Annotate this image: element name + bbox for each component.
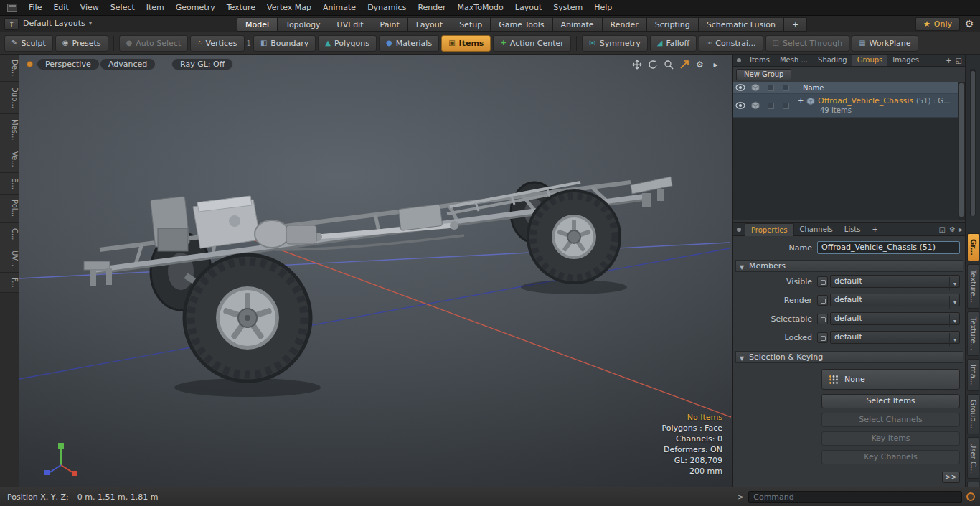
selection-keying-section-header[interactable]: ▼ Selection & Keying [735,351,963,363]
action-center-button[interactable]: +Action Center [493,35,570,52]
menu-file[interactable]: File [23,0,47,16]
select-channels-button[interactable]: Select Channels [821,413,960,427]
materials-mode-button[interactable]: ●Materials [379,35,439,52]
menu-edit[interactable]: Edit [47,0,74,16]
items-mode-button[interactable]: ▣Items [441,35,491,52]
expand-toggle[interactable]: + [798,97,804,105]
menu-item[interactable]: Item [141,0,170,16]
locked-dropdown[interactable]: default▾ [830,331,960,344]
layout-tab-animate[interactable]: Animate [553,17,603,32]
channel-lock-icon[interactable] [817,332,828,343]
visible-dropdown[interactable]: default▾ [830,275,960,288]
group-name[interactable]: Offroad_Vehicle_Chassis [818,96,913,106]
tab-images[interactable]: Images [887,55,924,66]
left-tab-1[interactable]: Dup... [0,82,19,114]
panel-layout-icon[interactable]: ◱ [956,57,962,65]
layout-tab-uvedit[interactable]: UVEdit [329,17,372,32]
menu-dynamics[interactable]: Dynamics [362,0,412,16]
panel-grip-icon[interactable] [737,228,741,232]
add-tab-button[interactable]: + [946,57,951,65]
3d-viewport[interactable]: Perspective Advanced Ray GL: Off ⚙ ▸ No … [19,55,732,487]
key-items-button[interactable]: Key Items [821,431,960,446]
tab-items[interactable]: Items [745,55,775,66]
select-column-checkbox[interactable] [763,82,778,93]
side-scrollbar-thumb[interactable] [971,71,975,216]
layout-tab-scripting[interactable]: Scripting [647,17,699,32]
viewport-options-dot[interactable] [27,61,33,67]
render-column-cube-icon[interactable] [748,82,763,93]
left-tab-7[interactable]: UV... [0,245,19,272]
symmetry-button[interactable]: ⋈Symmetry [582,35,648,52]
menu-animate[interactable]: Animate [317,0,362,16]
zoom-icon[interactable] [663,60,674,70]
layout-tab-game-tools[interactable]: Game Tools [491,17,552,32]
select-through-button[interactable]: ◫Select Through [765,35,850,52]
left-tab-8[interactable]: F... [0,273,19,294]
vertices-mode-button[interactable]: ∴Vertices [190,35,244,52]
channel-lock-icon[interactable] [817,295,828,306]
dock-toggle-button[interactable]: ↑ [4,18,19,30]
members-section-header[interactable]: ▼ Members [735,260,963,272]
menu-help[interactable]: Help [588,0,618,16]
side-scrollbar[interactable] [970,69,976,216]
add-layout-tab-button[interactable]: + [784,17,807,32]
menu-geometry[interactable]: Geometry [170,0,221,16]
side-tab-images[interactable]: Ima... [967,359,979,390]
viewport-settings-gear-icon[interactable]: ⚙ [694,60,705,70]
new-group-button[interactable]: New Group [736,69,791,80]
presets-button[interactable]: ◉Presets [55,35,108,52]
view-type-button[interactable]: Perspective [37,58,100,70]
left-tab-4[interactable]: E... [0,173,19,195]
sculpt-button[interactable]: ✎Sculpt [4,35,53,52]
panel-layout-icon[interactable]: ◱ [939,225,946,233]
tab-channels[interactable]: Channels [794,223,839,235]
left-tab-5[interactable]: Pol... [0,195,19,222]
layout-tab-layout[interactable]: Layout [408,17,451,32]
menu-layout[interactable]: Layout [509,0,547,16]
render-dropdown[interactable]: default▾ [830,294,960,306]
orbit-icon[interactable] [647,60,658,70]
select-items-button[interactable]: Select Items [821,394,960,408]
command-history-dot[interactable] [966,492,975,501]
workplane-button[interactable]: ▦WorkPlane [852,35,918,52]
tab-lists[interactable]: Lists [839,223,867,235]
selectable-dropdown[interactable]: default▾ [830,312,960,325]
viewport-3d-scene[interactable] [19,55,732,487]
channel-lock-icon[interactable] [817,276,828,287]
expand-panel-button[interactable]: >> [942,472,960,483]
tab-groups[interactable]: Groups [852,55,888,66]
layout-tab-render[interactable]: Render [603,17,647,32]
left-tab-3[interactable]: Ve... [0,146,19,173]
constraints-button[interactable]: ∞Constrai... [699,35,763,52]
tab-mesh-ops[interactable]: Mesh ... [775,55,813,66]
left-tab-2[interactable]: Mes... [0,114,19,146]
add-tab-button[interactable]: + [867,223,884,235]
layouts-dropdown[interactable]: Default Layouts [23,19,85,28]
row-cube-icon[interactable] [748,94,763,117]
panel-grip-icon[interactable] [737,58,741,62]
layout-tab-setup[interactable]: Setup [451,17,491,32]
viewport-more-arrow-icon[interactable]: ▸ [710,60,721,70]
visibility-column-eye-icon[interactable] [733,82,748,93]
menu-system[interactable]: System [547,0,588,16]
tab-shading[interactable]: Shading [813,55,852,66]
menu-render[interactable]: Render [412,0,451,16]
layout-tab-paint[interactable]: Paint [372,17,408,32]
left-tab-6[interactable]: C... [0,223,19,246]
more-arrow-icon[interactable]: ▸ [959,225,963,233]
channel-lock-icon[interactable] [817,314,828,324]
pan-icon[interactable] [631,60,642,70]
side-tab-user-channels[interactable]: User C... [967,437,979,479]
menu-view[interactable]: View [75,0,105,16]
side-tab-group[interactable]: Group... [967,394,979,434]
command-input[interactable] [748,491,962,503]
layout-tab-model[interactable]: Model [237,17,278,32]
name-field-input[interactable]: Offroad_Vehicle_Chassis (51) [817,241,960,254]
group-list-scrollbar[interactable] [958,82,965,220]
left-tab-0[interactable]: De... [0,55,19,82]
menu-select[interactable]: Select [105,0,141,16]
layout-tab-topology[interactable]: Topology [278,17,329,32]
none-filter-button[interactable]: None [821,369,960,390]
only-button[interactable]: ★ Only [915,17,960,31]
group-row-offroad-vehicle-chassis[interactable]: + Offroad_Vehicle_Chassis (51) : G... 49… [733,94,959,118]
